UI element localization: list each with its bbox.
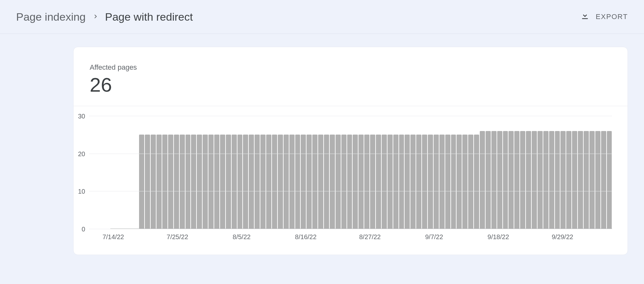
chart-bar[interactable] bbox=[336, 135, 341, 229]
chart-bar[interactable] bbox=[503, 131, 508, 229]
chart-bar[interactable] bbox=[387, 135, 393, 229]
chart-bar[interactable] bbox=[186, 135, 191, 229]
chart-bar[interactable] bbox=[260, 135, 266, 229]
chart-bar[interactable] bbox=[295, 135, 300, 229]
chart-bar[interactable] bbox=[468, 135, 473, 229]
chart-bar[interactable] bbox=[566, 131, 571, 229]
chart-bar[interactable] bbox=[347, 135, 352, 229]
chart-bar[interactable] bbox=[399, 135, 404, 229]
breadcrumb-parent[interactable]: Page indexing bbox=[16, 11, 86, 23]
y-gridline: 30 bbox=[89, 116, 612, 116]
chart-bar[interactable] bbox=[514, 131, 519, 229]
chart-bar[interactable] bbox=[243, 135, 248, 229]
chart-bar[interactable] bbox=[232, 135, 237, 229]
chart-bar[interactable] bbox=[451, 135, 456, 229]
chart-bar[interactable] bbox=[434, 135, 439, 229]
chart-bar[interactable] bbox=[445, 135, 450, 229]
chart-bar[interactable] bbox=[526, 131, 531, 229]
chart-bar[interactable] bbox=[462, 135, 468, 229]
chart-bar[interactable] bbox=[382, 135, 387, 229]
chart-bar[interactable] bbox=[324, 135, 329, 229]
chart-bar[interactable] bbox=[358, 135, 364, 229]
chart-bar[interactable] bbox=[278, 135, 283, 229]
chart-bar[interactable] bbox=[416, 135, 421, 229]
chart-bar[interactable] bbox=[364, 135, 369, 229]
chart-bar[interactable] bbox=[457, 135, 462, 229]
chevron-right-icon bbox=[93, 11, 98, 23]
y-tick-label: 0 bbox=[74, 226, 85, 233]
chart: 0102030 7/14/227/25/228/5/228/16/228/27/… bbox=[74, 106, 628, 255]
chart-bar[interactable] bbox=[220, 135, 225, 229]
chart-bar[interactable] bbox=[284, 135, 289, 229]
chart-bar[interactable] bbox=[578, 131, 583, 229]
affected-pages-card: Affected pages 26 0102030 7/14/227/25/22… bbox=[73, 47, 628, 255]
export-button[interactable]: EXPORT bbox=[580, 11, 628, 23]
chart-bar[interactable] bbox=[208, 135, 214, 229]
chart-bar[interactable] bbox=[162, 135, 167, 229]
chart-bar[interactable] bbox=[180, 135, 185, 229]
chart-bar[interactable] bbox=[341, 135, 347, 229]
chart-bar[interactable] bbox=[156, 135, 162, 229]
chart-bar[interactable] bbox=[480, 131, 485, 229]
download-icon bbox=[580, 11, 590, 23]
chart-bar[interactable] bbox=[318, 135, 323, 229]
chart-bar[interactable] bbox=[607, 131, 612, 229]
chart-bar[interactable] bbox=[330, 135, 335, 229]
chart-bar[interactable] bbox=[601, 131, 606, 229]
chart-bar[interactable] bbox=[151, 135, 156, 229]
chart-bar[interactable] bbox=[428, 135, 433, 229]
chart-bar[interactable] bbox=[376, 135, 381, 229]
chart-bar[interactable] bbox=[226, 135, 231, 229]
chart-bar[interactable] bbox=[572, 131, 577, 229]
x-tick-label: 8/27/22 bbox=[359, 233, 381, 241]
chart-bar[interactable] bbox=[393, 135, 398, 229]
chart-bar[interactable] bbox=[312, 135, 317, 229]
chart-bar[interactable] bbox=[508, 131, 514, 229]
chart-bar[interactable] bbox=[560, 131, 566, 229]
chart-bar[interactable] bbox=[405, 135, 410, 229]
chart-bar[interactable] bbox=[237, 135, 243, 229]
chart-bar[interactable] bbox=[139, 135, 144, 229]
y-tick-label: 30 bbox=[74, 113, 85, 120]
chart-bar[interactable] bbox=[353, 135, 358, 229]
chart-bar[interactable] bbox=[168, 135, 173, 229]
chart-bar[interactable] bbox=[439, 135, 445, 229]
card-header: Affected pages 26 bbox=[74, 47, 628, 106]
chart-bar[interactable] bbox=[491, 131, 497, 229]
chart-bar[interactable] bbox=[289, 135, 295, 229]
chart-bar[interactable] bbox=[549, 131, 554, 229]
chart-bar[interactable] bbox=[410, 135, 416, 229]
chart-bar[interactable] bbox=[422, 135, 427, 229]
chart-bar[interactable] bbox=[555, 131, 560, 229]
chart-bar[interactable] bbox=[538, 131, 543, 229]
chart-bar[interactable] bbox=[584, 131, 589, 229]
chart-bar[interactable] bbox=[497, 131, 502, 229]
chart-bar[interactable] bbox=[255, 135, 260, 229]
chart-bar[interactable] bbox=[174, 135, 179, 229]
chart-bar[interactable] bbox=[214, 135, 219, 229]
x-tick-label: 9/29/22 bbox=[552, 233, 573, 241]
metric-label: Affected pages bbox=[90, 63, 611, 72]
chart-bar[interactable] bbox=[301, 135, 306, 229]
chart-bar[interactable] bbox=[589, 131, 595, 229]
y-tick-label: 10 bbox=[74, 188, 85, 195]
x-tick-label: 7/25/22 bbox=[167, 233, 188, 241]
chart-bar[interactable] bbox=[249, 135, 254, 229]
chart-bar[interactable] bbox=[543, 131, 548, 229]
chart-bar[interactable] bbox=[307, 135, 312, 229]
chart-bar[interactable] bbox=[266, 135, 271, 229]
chart-bar[interactable] bbox=[145, 135, 150, 229]
chart-bar[interactable] bbox=[191, 135, 196, 229]
chart-bar[interactable] bbox=[532, 131, 537, 229]
chart-bar[interactable] bbox=[197, 135, 202, 229]
breadcrumb: Page indexing Page with redirect bbox=[16, 11, 193, 23]
topbar: Page indexing Page with redirect EXPORT bbox=[0, 0, 644, 34]
chart-bar[interactable] bbox=[595, 131, 600, 229]
chart-bar[interactable] bbox=[272, 135, 277, 229]
chart-bar[interactable] bbox=[474, 135, 479, 229]
chart-bar[interactable] bbox=[370, 135, 375, 229]
chart-bar[interactable] bbox=[203, 135, 208, 229]
chart-bar[interactable] bbox=[486, 131, 491, 229]
x-tick-label: 8/5/22 bbox=[233, 233, 251, 241]
chart-bar[interactable] bbox=[520, 131, 525, 229]
